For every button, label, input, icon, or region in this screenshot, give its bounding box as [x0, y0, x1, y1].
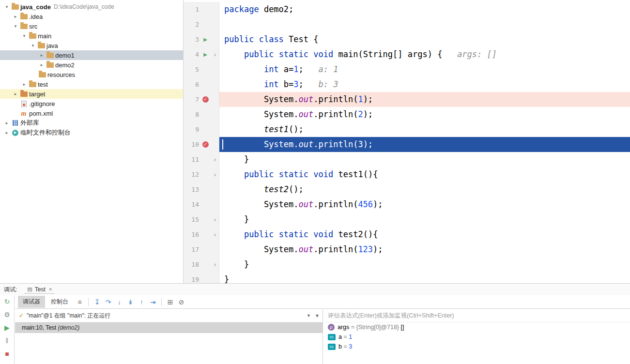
tree-item-resources[interactable]: resources — [0, 70, 183, 79]
chevron-right-icon[interactable]: ▸ — [38, 62, 46, 67]
code-text-area[interactable]: } — [219, 272, 630, 283]
debug-session-tab[interactable]: ▤ Test × — [25, 286, 54, 294]
code-text-area[interactable]: public static void test2(){ — [219, 227, 630, 242]
code-text-area[interactable]: public static void test1(){ — [219, 167, 630, 182]
gutter-line-14[interactable]: 14 — [184, 197, 219, 212]
code-text-area[interactable]: System.out.println(1); — [219, 92, 630, 107]
gutter-line-7[interactable]: 7✓ — [184, 92, 219, 107]
tree-item-java-code[interactable]: ▾java_codeD:\ideaCode\java_code — [0, 2, 183, 12]
fold-marker-icon[interactable]: ∨ — [212, 232, 218, 237]
chevron-down-icon[interactable]: ▾ — [12, 24, 19, 29]
gutter-line-11[interactable]: 11∧ — [184, 152, 219, 167]
thread-selector[interactable]: ✓ "main"@1 在组 "main": 正在运行 ▼ ▾ — [15, 309, 323, 322]
tree-item-demo1[interactable]: ▸demo1 — [0, 50, 183, 60]
tree-item-demo2[interactable]: ▸demo2 — [0, 60, 183, 70]
chevron-right-icon[interactable]: ▸ — [12, 14, 19, 19]
mute-breakpoints-icon[interactable]: ⊘ — [176, 298, 187, 306]
force-step-into-icon[interactable]: ↡ — [125, 298, 136, 306]
run-to-cursor-icon[interactable]: ⇥ — [147, 298, 158, 306]
tree-item-target[interactable]: ▸target — [0, 89, 183, 99]
code-text-area[interactable]: test2(); — [219, 182, 630, 197]
tab-debugger[interactable]: 调试器 — [18, 296, 45, 308]
code-text-area[interactable]: System.out.println(3); — [219, 137, 630, 152]
code-text-area[interactable]: int a=1; a: 1 — [219, 62, 630, 77]
code-text-area[interactable]: } — [219, 152, 630, 167]
chevron-right-icon[interactable]: ▸ — [12, 91, 19, 96]
pause-icon[interactable]: ‖ — [6, 337, 9, 345]
run-icon[interactable]: ▶ — [199, 37, 212, 42]
chevron-right-icon[interactable]: ▸ — [38, 53, 46, 58]
code-text-area[interactable]: System.out.println(123); — [219, 242, 630, 257]
gutter-line-1[interactable]: 1 — [184, 2, 219, 17]
close-icon[interactable]: × — [49, 286, 52, 293]
code-text-area[interactable] — [219, 17, 630, 32]
layout-settings-icon[interactable]: ≡ — [74, 298, 85, 306]
fold-marker-icon[interactable]: ∨ — [212, 172, 218, 177]
show-execution-point-icon[interactable]: ↧ — [92, 298, 103, 306]
run-icon[interactable]: ▶ — [199, 52, 212, 57]
chevron-down-icon[interactable]: ▾ — [29, 43, 37, 48]
tree-item-java[interactable]: ▾java — [0, 41, 183, 50]
gutter-line-17[interactable]: 17 — [184, 242, 219, 257]
fold-marker-icon[interactable]: ∧ — [212, 157, 218, 162]
gutter-line-10[interactable]: 10✓ — [184, 137, 219, 152]
stop-icon[interactable]: ■ — [5, 350, 9, 358]
resume-icon[interactable]: ▶ — [4, 324, 10, 332]
fold-marker-icon[interactable]: ∧ — [212, 217, 218, 222]
tree-item-external-libraries[interactable]: ▸外部库 — [0, 118, 183, 128]
gutter-line-3[interactable]: 3▶ — [184, 32, 219, 47]
filter-icon[interactable]: ▼ — [307, 313, 311, 318]
variable-row[interactable]: 01a = 1 — [323, 332, 630, 342]
gutter-line-12[interactable]: 12∨ — [184, 167, 219, 182]
code-text-area[interactable]: } — [219, 257, 630, 272]
code-text-area[interactable]: int b=3; b: 3 — [219, 77, 630, 92]
gutter-line-6[interactable]: 6 — [184, 77, 219, 92]
variable-row[interactable]: pargs = {String[0]@718} [] — [323, 322, 630, 332]
chevron-right-icon[interactable]: ▸ — [3, 130, 11, 135]
folder-icon — [19, 24, 28, 29]
tree-item-main[interactable]: ▾main — [0, 31, 183, 41]
gutter-line-18[interactable]: 18∧ — [184, 257, 219, 272]
step-over-icon[interactable]: ↷ — [103, 298, 114, 306]
tree-item-pom-xml[interactable]: mpom.xml — [0, 108, 183, 118]
step-out-icon[interactable]: ↑ — [136, 298, 147, 306]
rerun-debug-icon[interactable]: ↻ — [4, 298, 10, 305]
code-text-area[interactable]: test1(); — [219, 122, 630, 137]
code-text-area[interactable]: public static void main(String[] args) {… — [219, 47, 630, 62]
variable-row[interactable]: 01b = 3 — [323, 342, 630, 351]
tree-item-test[interactable]: ▸test — [0, 79, 183, 89]
gutter-line-4[interactable]: 4▶∨ — [184, 47, 219, 62]
code-text-area[interactable]: System.out.println(2); — [219, 107, 630, 122]
gutter-line-16[interactable]: 16∨ — [184, 227, 219, 242]
gutter-line-13[interactable]: 13 — [184, 182, 219, 197]
settings-wrench-icon[interactable]: ⚙ — [4, 311, 10, 318]
chevron-down-icon[interactable]: ▾ — [20, 33, 28, 38]
chevron-down-icon[interactable]: ▾ — [3, 4, 11, 9]
tree-item-src[interactable]: ▾src — [0, 21, 183, 31]
chevron-down-icon[interactable]: ▾ — [316, 312, 319, 319]
stack-frame-row[interactable]: main:10, Test (demo2) — [15, 322, 323, 333]
gutter-line-8[interactable]: 8 — [184, 107, 219, 122]
code-text-area[interactable]: public class Test { — [219, 32, 630, 47]
breakpoint-icon[interactable]: ✓ — [199, 96, 212, 103]
gutter-line-19[interactable]: 19 — [184, 272, 219, 283]
breakpoint-icon[interactable]: ✓ — [199, 141, 212, 148]
view-breakpoints-icon[interactable]: ⊞ — [165, 298, 176, 306]
gutter-line-15[interactable]: 15∧ — [184, 212, 219, 227]
fold-marker-icon[interactable]: ∧ — [212, 262, 218, 267]
code-text-area[interactable]: } — [219, 212, 630, 227]
tree-item-gitignore[interactable]: .gitignore — [0, 99, 183, 108]
evaluate-expression-input[interactable] — [323, 312, 630, 319]
code-text-area[interactable]: package demo2; — [219, 2, 630, 17]
fold-marker-icon[interactable]: ∨ — [212, 52, 218, 57]
tree-item-scratches-consoles[interactable]: ▸临时文件和控制台 — [0, 128, 183, 137]
gutter-line-9[interactable]: 9 — [184, 122, 219, 137]
tree-item-idea-folder[interactable]: ▸.idea — [0, 12, 183, 21]
tab-console[interactable]: 控制台 — [46, 296, 73, 308]
step-into-icon[interactable]: ↓ — [114, 298, 125, 306]
gutter-line-5[interactable]: 5 — [184, 62, 219, 77]
code-text-area[interactable]: System.out.println(456); — [219, 197, 630, 212]
chevron-right-icon[interactable]: ▸ — [20, 82, 28, 87]
chevron-right-icon[interactable]: ▸ — [3, 121, 11, 125]
gutter-line-2[interactable]: 2 — [184, 17, 219, 32]
